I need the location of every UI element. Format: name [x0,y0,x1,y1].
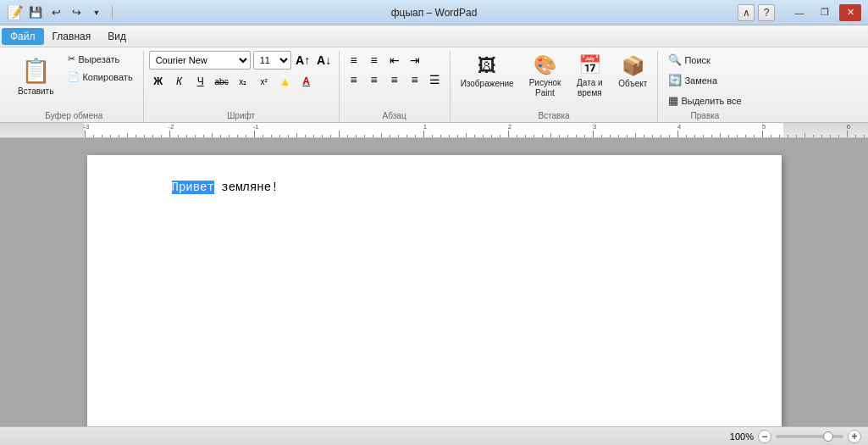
cut-icon: ✂ [68,53,75,64]
redo-button[interactable]: ↪ [68,4,85,21]
bold-button[interactable]: Ж [149,72,168,91]
italic-button[interactable]: К [170,72,189,91]
font-row-top: Courier New 11 A↑ A↓ [149,51,334,70]
title-bar: 📝 💾 ↩ ↪ ▼ фцыап – WordPad ∧ ? — ❐ ✕ [0,0,868,25]
main-area: Привет земляне! [0,138,868,426]
quick-access-toolbar: 📝 💾 ↩ ↪ ▼ [7,4,116,21]
image-label: Изображение [461,79,514,89]
selected-text: Привет [172,181,214,194]
datetime-label: Дата ивремя [577,78,603,98]
subscript-button[interactable]: x₂ [234,72,252,91]
zoom-in-button[interactable]: + [848,430,861,443]
paragraph-label: Абзац [345,111,445,120]
ribbon-group-insert: 🖼 Изображение 🎨 РисунокPaint 📅 Дата ивре… [451,51,659,122]
paragraph-col1: ≡ ≡ ⇤ ⇥ ≡ ≡ ≡ ≡ ☰ [345,51,445,89]
select-all-label: Выделить все [681,96,741,106]
text-after: земляне! [214,181,279,194]
clipboard-label: Буфер обмена [10,111,138,120]
paint-icon: 🎨 [534,54,556,76]
list-number-button[interactable]: ≡ [365,51,384,70]
paste-icon: 📋 [21,57,51,85]
zoom-out-button[interactable]: − [758,430,771,443]
clipboard-content: 📋 Вставить ✂ Вырезать 📄 Копировать [10,51,138,109]
menu-home[interactable]: Главная [44,28,100,45]
cut-button[interactable]: ✂ Вырезать [63,51,137,67]
copy-label: Копировать [82,72,132,82]
insert-datetime-button[interactable]: 📅 Дата ивремя [571,51,608,102]
document-page[interactable]: Привет земляне! [87,155,782,426]
ruler: -3-2-1123456789101112131415 [0,123,868,138]
image-icon: 🖼 [478,55,496,77]
align-right-button[interactable]: ≡ [385,70,404,89]
zoom-slider[interactable] [776,435,843,438]
font-size-select[interactable]: 11 [253,51,291,70]
underline-button[interactable]: Ч [191,72,210,91]
menu-file[interactable]: Файл [2,28,44,45]
copy-icon: 📄 [68,71,80,82]
ribbon-group-edit: 🔍 Поиск 🔄 Замена ▦ Выделить все Правка [658,51,751,122]
list-bullet-button[interactable]: ≡ [345,51,363,70]
replace-icon: 🔄 [668,74,682,86]
document-text[interactable]: Привет земляне! [172,181,697,194]
maximize-button[interactable]: ❐ [814,4,836,21]
insert-paint-button[interactable]: 🎨 РисунокPaint [524,51,567,102]
replace-button[interactable]: 🔄 Замена [663,71,746,89]
ribbon: 📋 Вставить ✂ Вырезать 📄 Копировать Буфер… [0,47,868,123]
find-label: Поиск [684,55,710,65]
insert-label: Вставка [456,111,653,120]
font-content: Courier New 11 A↑ A↓ Ж К Ч abc x₂ x² ▲ [149,51,334,109]
align-left-button[interactable]: ≡ [345,70,363,89]
font-row-bottom: Ж К Ч abc x₂ x² ▲ A [149,72,334,91]
zoom-percent: 100% [730,431,754,442]
zoom-area: 100% − + [730,430,861,443]
menu-view[interactable]: Вид [99,28,135,45]
object-icon: 📦 [622,55,644,77]
indent-decrease-button[interactable]: ⇤ [385,51,404,70]
menu-bar: Файл Главная Вид [0,25,868,47]
indent-increase-button[interactable]: ⇥ [406,51,424,70]
paste-button[interactable]: 📋 Вставить [10,51,61,102]
line-spacing-button[interactable]: ☰ [426,70,445,89]
increase-font-button[interactable]: A↑ [294,51,312,70]
close-button[interactable]: ✕ [839,4,861,21]
highlight-button[interactable]: ▲ [276,72,295,91]
decrease-font-button[interactable]: A↓ [315,51,334,70]
align-center-button[interactable]: ≡ [365,70,384,89]
font-label: Шрифт [149,111,334,120]
font-area: Courier New 11 A↑ A↓ Ж К Ч abc x₂ x² ▲ [149,51,334,92]
cut-label: Вырезать [78,54,119,64]
paragraph-row2: ≡ ≡ ≡ ≡ ☰ [345,70,445,89]
datetime-icon: 📅 [578,54,601,76]
ruler-inner: -3-2-1123456789101112131415 [85,123,783,137]
font-name-select[interactable]: Courier New [149,51,251,70]
insert-image-button[interactable]: 🖼 Изображение [456,51,519,93]
minimize-button[interactable]: — [788,4,810,21]
font-color-button[interactable]: A [297,72,316,91]
help-button[interactable]: ? [758,4,775,21]
paragraph-content: ≡ ≡ ⇤ ⇥ ≡ ≡ ≡ ≡ ☰ [345,51,445,109]
ribbon-group-paragraph: ≡ ≡ ⇤ ⇥ ≡ ≡ ≡ ≡ ☰ Абзац [340,51,451,122]
superscript-button[interactable]: x² [255,72,274,91]
collapse-ribbon-button[interactable]: ∧ [738,4,755,21]
edit-col: 🔍 Поиск 🔄 Замена ▦ Выделить все [663,51,746,109]
insert-object-button[interactable]: 📦 Объект [613,51,652,93]
strikethrough-button[interactable]: abc [213,72,231,91]
save-button[interactable]: 💾 [27,4,44,21]
status-bar: 100% − + [0,426,868,445]
ribbon-group-font: Courier New 11 A↑ A↓ Ж К Ч abc x₂ x² ▲ [144,51,340,122]
object-label: Объект [618,79,647,89]
find-button[interactable]: 🔍 Поиск [663,51,746,69]
align-justify-button[interactable]: ≡ [406,70,424,89]
edit-content: 🔍 Поиск 🔄 Замена ▦ Выделить все [663,51,746,109]
insert-content: 🖼 Изображение 🎨 РисунокPaint 📅 Дата ивре… [456,51,653,109]
ribbon-group-clipboard: 📋 Вставить ✂ Вырезать 📄 Копировать Буфер… [5,51,144,122]
customize-button[interactable]: ▼ [88,4,105,21]
title-controls: ∧ ? — ❐ ✕ [738,4,861,21]
select-all-icon: ▦ [668,94,678,107]
window-title: фцыап – WordPad [391,7,478,19]
undo-button[interactable]: ↩ [47,4,64,21]
select-all-button[interactable]: ▦ Выделить все [663,92,746,109]
edit-label: Правка [663,111,746,120]
copy-button[interactable]: 📄 Копировать [63,69,137,85]
clipboard-secondary: ✂ Вырезать 📄 Копировать [63,51,137,85]
